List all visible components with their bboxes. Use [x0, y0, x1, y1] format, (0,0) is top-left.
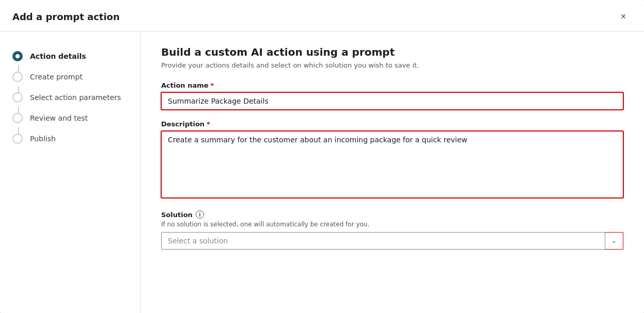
sidebar-item-create-prompt[interactable]: Create prompt — [0, 67, 140, 87]
description-textarea[interactable]: Create a summary for the customer about … — [161, 131, 623, 198]
sidebar: Action details Create prompt Select acti… — [0, 31, 140, 313]
dialog-title: Add a prompt action — [12, 11, 120, 22]
action-name-input[interactable] — [161, 92, 623, 110]
section-subtitle: Provide your actions details and select … — [161, 61, 623, 69]
close-button[interactable]: × — [615, 8, 632, 25]
sidebar-item-label-review-and-test: Review and test — [30, 114, 88, 122]
description-label: Description * — [161, 120, 623, 128]
action-name-required-star: * — [211, 81, 214, 89]
description-label-text: Description — [161, 120, 205, 128]
sidebar-item-label-publish: Publish — [30, 135, 56, 143]
description-required-star: * — [207, 120, 210, 128]
action-name-label-text: Action name — [161, 81, 209, 89]
main-content: Build a custom AI action using a prompt … — [140, 31, 644, 313]
solution-select-wrapper: Select a solution ⌄ — [161, 232, 623, 250]
solution-label-text: Solution — [161, 211, 193, 219]
action-name-label: Action name * — [161, 81, 623, 89]
solution-select[interactable]: Select a solution — [161, 232, 623, 250]
dialog-body: Action details Create prompt Select acti… — [0, 31, 644, 313]
solution-field-group: Solution i If no solution is selected, o… — [161, 210, 623, 250]
sidebar-item-review-and-test[interactable]: Review and test — [0, 108, 140, 128]
solution-info-icon[interactable]: i — [196, 210, 204, 219]
section-title: Build a custom AI action using a prompt — [161, 46, 623, 58]
action-name-field-group: Action name * — [161, 81, 623, 110]
step-circle-review-and-test — [12, 113, 23, 123]
solution-label-row: Solution i — [161, 210, 623, 219]
dialog-header: Add a prompt action × — [0, 0, 644, 31]
description-field-group: Description * Create a summary for the c… — [161, 120, 623, 200]
sidebar-item-label-select-action-parameters: Select action parameters — [30, 93, 121, 102]
step-circle-create-prompt — [12, 72, 23, 82]
step-circle-publish — [12, 134, 23, 144]
sidebar-item-select-action-parameters[interactable]: Select action parameters — [0, 87, 140, 108]
add-prompt-action-dialog: Add a prompt action × Action details Cre… — [0, 0, 644, 313]
chevron-down-icon: ⌄ — [611, 237, 617, 244]
solution-hint: If no solution is selected, one will aut… — [161, 221, 623, 228]
step-circle-action-details — [12, 51, 23, 61]
solution-dropdown-button[interactable]: ⌄ — [605, 232, 623, 250]
sidebar-item-label-action-details: Action details — [30, 52, 86, 60]
step-circle-select-action-parameters — [12, 92, 23, 103]
sidebar-item-publish[interactable]: Publish — [0, 128, 140, 149]
sidebar-item-label-create-prompt: Create prompt — [30, 73, 83, 81]
sidebar-item-action-details[interactable]: Action details — [0, 46, 140, 67]
